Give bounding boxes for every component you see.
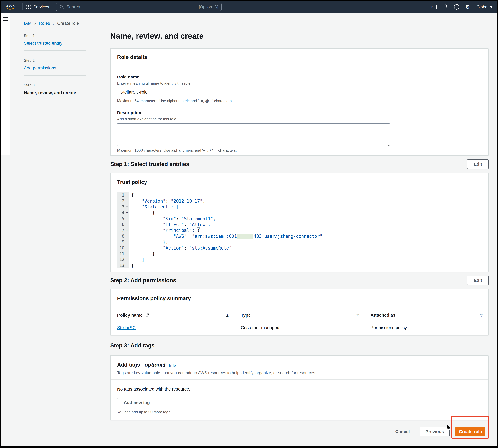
line-number: 11 bbox=[117, 251, 125, 257]
type-header-label: Type bbox=[241, 313, 251, 318]
code-fold-placeholder bbox=[125, 222, 129, 227]
line-number: 12 bbox=[117, 257, 125, 263]
menu-hamburger-icon[interactable] bbox=[3, 17, 8, 21]
sort-icon: ▽ bbox=[480, 313, 483, 317]
code-gutter: 5 bbox=[117, 216, 129, 222]
help-icon[interactable]: ? bbox=[454, 4, 459, 10]
search-input[interactable] bbox=[66, 4, 196, 9]
code-line: 2 "Version": "2012-10-17", bbox=[117, 198, 482, 204]
topbar-divider bbox=[22, 3, 23, 10]
line-number: 2 bbox=[117, 198, 125, 204]
mouse-cursor bbox=[447, 424, 451, 431]
attached-as-header-label: Attached as bbox=[371, 313, 395, 318]
code-fold-placeholder bbox=[125, 216, 129, 222]
code-punctuation: , bbox=[213, 216, 216, 221]
divider bbox=[24, 50, 86, 51]
notifications-bell-icon[interactable] bbox=[443, 4, 448, 10]
add-tags-description: Tags are key-value pairs that you can ad… bbox=[117, 370, 482, 376]
code-text: { bbox=[129, 210, 155, 216]
step1-section-title: Step 1: Select trusted entities bbox=[110, 161, 189, 167]
description-textarea[interactable] bbox=[117, 123, 390, 146]
content-area: IAM › Roles › Create role Step 1 Select … bbox=[1, 13, 497, 446]
column-attached-as[interactable]: Attached as ▽ bbox=[371, 313, 488, 318]
code-string: "Version" bbox=[142, 198, 166, 204]
external-link-icon bbox=[145, 313, 149, 317]
step-2-link[interactable]: Add permissions bbox=[24, 65, 56, 71]
code-string: "Effect" bbox=[163, 222, 184, 227]
search-shortcut-hint: [Option+S] bbox=[199, 4, 218, 9]
info-link[interactable]: Info bbox=[169, 363, 176, 368]
step-2-label: Step 2 bbox=[24, 58, 110, 63]
code-string: "sts:AssumeRole" bbox=[189, 245, 232, 251]
code-punctuation bbox=[131, 228, 163, 233]
line-number: 5 bbox=[117, 216, 125, 222]
policy-type-cell: Customer managed bbox=[241, 325, 371, 330]
tags-limit-note: You can add up to 50 more tags. bbox=[117, 410, 482, 414]
code-fold-icon[interactable]: ▾ bbox=[125, 210, 129, 216]
code-punctuation: : bbox=[187, 234, 192, 239]
code-gutter: 4▾ bbox=[117, 210, 129, 216]
code-fold-icon[interactable]: ▾ bbox=[125, 192, 129, 198]
code-text: { bbox=[129, 192, 134, 198]
code-fold-placeholder bbox=[125, 251, 129, 257]
cancel-button[interactable]: Cancel bbox=[395, 429, 410, 434]
edit-permissions-button[interactable]: Edit bbox=[467, 276, 489, 285]
breadcrumb-roles-link[interactable]: Roles bbox=[39, 21, 50, 26]
code-string: "Principal" bbox=[163, 228, 192, 233]
code-line: 3▾ "Statement": [ bbox=[117, 204, 482, 210]
add-tags-card: Add tags - optional Info Tags are key-va… bbox=[110, 355, 489, 420]
line-number: 10 bbox=[117, 245, 125, 251]
add-new-tag-button[interactable]: Add new tag bbox=[117, 398, 156, 407]
code-text: "Version": "2012-10-17", bbox=[129, 198, 205, 204]
settings-gear-icon[interactable]: ⚙ bbox=[465, 4, 470, 10]
cloudshell-icon[interactable]: >_ bbox=[431, 4, 437, 9]
policy-link[interactable]: StellarSC bbox=[117, 325, 136, 330]
trust-policy-card: Trust policy 1▾{2 "Version": "2012-10-17… bbox=[110, 173, 489, 272]
code-fold-icon[interactable]: ▾ bbox=[125, 227, 129, 233]
previous-button[interactable]: Previous bbox=[420, 427, 450, 436]
line-number: 7 bbox=[117, 227, 125, 233]
trust-policy-code-editor[interactable]: 1▾{2 "Version": "2012-10-17",3▾ "Stateme… bbox=[117, 192, 482, 269]
cloudshell-glyph: >_ bbox=[431, 4, 437, 9]
code-punctuation: ] bbox=[131, 257, 144, 262]
add-tags-title-text: Add tags - bbox=[117, 362, 145, 368]
step-1-link[interactable]: Select trusted entity bbox=[24, 40, 62, 46]
code-line: 6 "Effect": "Allow", bbox=[117, 222, 482, 227]
table-row: StellarSC Customer managed Permissions p… bbox=[110, 320, 488, 335]
step-1-block: Step 1 Select trusted entity bbox=[24, 33, 110, 46]
code-fold-icon[interactable]: ▾ bbox=[125, 204, 129, 210]
line-number: 9 bbox=[117, 239, 125, 245]
code-fold-placeholder bbox=[125, 263, 129, 269]
code-punctuation: : [ bbox=[171, 204, 179, 209]
description-hint: Add a short explanation for this role. bbox=[117, 116, 482, 122]
main-column: Name, review, and create Role details Ro… bbox=[110, 13, 489, 436]
policy-name-header-label: Policy name bbox=[117, 313, 143, 318]
code-text: "Principal": { bbox=[129, 227, 200, 233]
region-selector[interactable]: Global ▼ bbox=[477, 4, 492, 9]
column-policy-name[interactable]: Policy name ▲ bbox=[110, 313, 241, 318]
code-punctuation: { bbox=[131, 193, 134, 198]
step-1-label: Step 1 bbox=[24, 33, 110, 38]
code-string: "Sid" bbox=[163, 216, 176, 221]
column-type[interactable]: Type ▽ bbox=[241, 313, 371, 318]
description-constraint: Maximum 1000 characters. Use alphanumeri… bbox=[117, 148, 482, 153]
services-grid-icon bbox=[27, 5, 31, 9]
role-name-input[interactable] bbox=[117, 88, 390, 96]
steps-nav: Step 1 Select trusted entity Step 2 Add … bbox=[24, 33, 110, 96]
code-text: "AWS": "arn:aws:iam::001433:user/jzhang-… bbox=[129, 233, 323, 239]
code-gutter: 11 bbox=[117, 251, 129, 257]
role-details-body: Role name Enter a meaningful name to ide… bbox=[110, 65, 488, 155]
code-punctuation: : bbox=[166, 198, 171, 204]
code-string: "Allow" bbox=[189, 222, 208, 227]
code-string: "2012-10-17" bbox=[171, 198, 202, 204]
services-menu-button[interactable]: Services bbox=[27, 4, 49, 9]
aws-logo[interactable]: aws bbox=[6, 3, 16, 10]
console-search-box[interactable]: [Option+S] bbox=[56, 3, 222, 11]
code-punctuation: : bbox=[192, 228, 197, 233]
edit-trusted-entities-button[interactable]: Edit bbox=[467, 160, 489, 169]
create-role-button[interactable]: Create role bbox=[455, 427, 485, 436]
breadcrumb-iam-link[interactable]: IAM bbox=[24, 21, 32, 26]
code-punctuation: : bbox=[176, 216, 182, 221]
code-punctuation: , bbox=[208, 222, 210, 227]
permissions-table-header: Policy name ▲ Type ▽ Attached as bbox=[110, 310, 488, 320]
